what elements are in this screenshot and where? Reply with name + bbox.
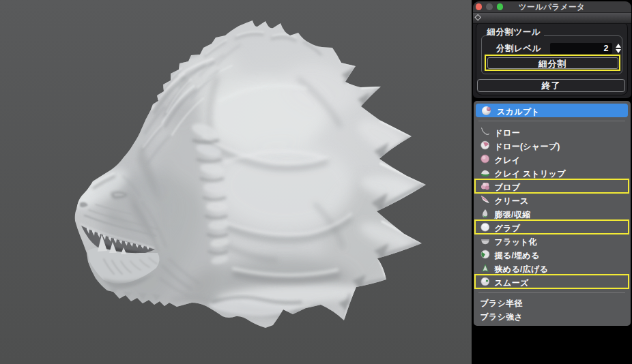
split-level-stepper xyxy=(615,43,622,54)
panel-container: 細分割ツール 分割レベル 2 細分割 終了 xyxy=(476,22,629,95)
diamond-icon xyxy=(474,14,480,20)
brush-menu-item[interactable]: クレイ xyxy=(474,152,631,166)
split-level-label: 分割レベル xyxy=(496,43,541,55)
3d-viewport[interactable] xyxy=(0,0,472,364)
brush-smooth-icon xyxy=(480,277,490,286)
subdivide-button[interactable]: 細分割 xyxy=(487,57,618,69)
brush-crease-icon xyxy=(480,195,490,204)
window-title: ツールパラメータ xyxy=(473,2,631,12)
panel-header-strip[interactable] xyxy=(473,13,631,24)
exit-button[interactable]: 終了 xyxy=(477,79,625,92)
brush-menu-item[interactable]: グラブ xyxy=(474,220,631,234)
menu-divider xyxy=(478,121,625,121)
brush-item-label: ドロー xyxy=(495,127,520,139)
split-level-field[interactable]: 2 xyxy=(550,43,612,54)
brush-item-label: 狭める/広げる xyxy=(495,264,549,275)
brush-menu-item[interactable]: フラット化 xyxy=(474,234,631,247)
window-titlebar[interactable]: ツールパラメータ xyxy=(473,1,631,13)
brush-menu-item[interactable]: スムーズ xyxy=(474,275,631,288)
window-body: 細分割ツール 分割レベル 2 細分割 終了 xyxy=(473,24,631,98)
right-column: ツールパラメータ 細分割ツール 分割レベル 2 xyxy=(472,0,632,364)
brush-setting-label: ブラシ強さ xyxy=(480,312,523,323)
brush-menu: スカルプト ドロー ドロー(シャープ) クレイ クレイ ストリップ ブロブ クリ… xyxy=(474,101,631,326)
brush-item-label: 掘る/埋める xyxy=(495,250,540,262)
brush-item-label: クリース xyxy=(495,196,529,207)
brush-menu-item[interactable]: 膨張/収縮 xyxy=(474,207,631,220)
brush-menu-item[interactable]: 狭める/広げる xyxy=(474,261,631,275)
brush-setting-item[interactable]: ブラシ強さ xyxy=(474,309,631,323)
brush-scrape-icon xyxy=(480,249,490,259)
brush-item-label: グラブ xyxy=(495,223,521,234)
brush-list: ドロー ドロー(シャープ) クレイ クレイ ストリップ ブロブ クリース 膨張/… xyxy=(474,125,631,288)
menu-divider xyxy=(478,292,625,293)
brush-menu-item[interactable]: ブロブ xyxy=(474,179,631,193)
brush-menu-item[interactable]: 掘る/埋める xyxy=(474,247,631,261)
menu-item-label: スカルプト xyxy=(497,106,540,118)
brush-menu-item[interactable]: ドロー xyxy=(474,125,631,138)
brush-draw-sharp-icon xyxy=(480,140,490,150)
brush-setting-label: ブラシ半径 xyxy=(480,298,523,309)
brush-item-label: クレイ ストリップ xyxy=(495,168,566,180)
brush-menu-item[interactable]: クリース xyxy=(474,193,631,207)
brush-clay-icon xyxy=(480,154,490,164)
brush-sculpt-icon xyxy=(482,106,491,115)
brush-item-label: 膨張/収縮 xyxy=(495,209,531,221)
increment-button[interactable] xyxy=(616,44,621,48)
brush-item-label: ブロブ xyxy=(495,182,521,194)
brush-menu-item[interactable]: ドロー(シャープ) xyxy=(474,138,631,152)
brush-inflate-icon xyxy=(480,209,490,218)
brush-item-label: ドロー(シャープ) xyxy=(495,141,560,153)
brush-settings: ブラシ半径 ブラシ強さ xyxy=(474,296,631,323)
brush-item-label: フラット化 xyxy=(495,237,538,248)
brush-accent-dot xyxy=(487,107,491,111)
group-label: 細分割ツール xyxy=(487,27,545,38)
brush-blob-icon xyxy=(480,181,490,191)
brush-draw-icon xyxy=(480,127,490,136)
brush-menu-item[interactable]: クレイ ストリップ xyxy=(474,166,631,179)
brush-grab-icon xyxy=(480,222,490,232)
decrement-button[interactable] xyxy=(616,49,621,53)
brush-setting-item[interactable]: ブラシ半径 xyxy=(474,296,631,309)
app-screen: ツールパラメータ 細分割ツール 分割レベル 2 xyxy=(0,0,632,364)
brush-item-label: スムーズ xyxy=(495,277,529,289)
menu-item-sculpt-selected[interactable]: スカルプト xyxy=(476,104,628,117)
brush-clay-strips-icon xyxy=(480,168,490,177)
tool-parameter-window: ツールパラメータ 細分割ツール 分割レベル 2 xyxy=(473,1,631,99)
subdivide-highlight-box: 細分割 xyxy=(485,55,620,71)
brush-flatten-icon xyxy=(480,236,490,245)
brush-pinch-icon xyxy=(480,263,490,273)
brush-item-label: クレイ xyxy=(495,155,521,166)
split-level-value: 2 xyxy=(604,44,609,53)
sculpt-model xyxy=(0,0,472,364)
